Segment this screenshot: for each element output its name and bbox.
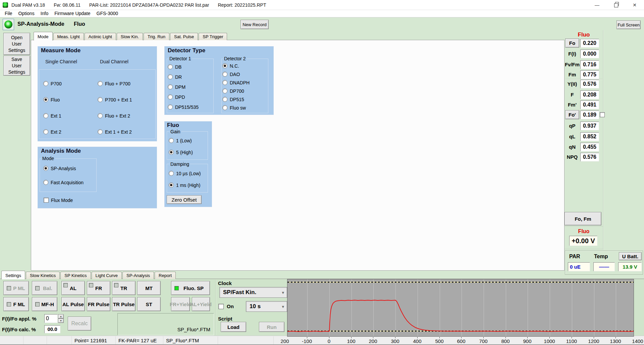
radio-dpm[interactable]	[168, 84, 173, 89]
radio-n-c[interactable]	[222, 63, 227, 68]
recalc-button[interactable]: Recalc	[68, 317, 91, 331]
menu-firmware-update[interactable]: Firmware Update	[51, 10, 93, 17]
clock-interval-select[interactable]: 10 s ▾	[246, 301, 287, 312]
radio-dao[interactable]	[222, 72, 227, 77]
new-record-button[interactable]: New Record	[240, 20, 269, 29]
radio-label: SP-Analysis	[51, 166, 76, 171]
button-fr[interactable]: FR	[87, 281, 110, 295]
radio-dpd[interactable]	[168, 94, 173, 99]
menu-gfs-3000[interactable]: GFS-3000	[94, 10, 121, 17]
button-al-pulse[interactable]: AL Pulse	[61, 297, 85, 311]
save-user-settings-button[interactable]: Save User Settings	[3, 56, 30, 76]
button-st[interactable]: ST	[137, 297, 161, 311]
value-qn: 0.455	[580, 143, 599, 151]
button-bal[interactable]: Bal.	[32, 281, 57, 295]
fo-appl-input[interactable]	[44, 314, 58, 323]
chart-plot-area	[287, 279, 634, 336]
full-screen-button[interactable]: Full Screen	[616, 20, 641, 29]
tab-sp-kinetics[interactable]: SP Kinetics	[60, 272, 91, 279]
tab-light-curve[interactable]: Light Curve	[92, 272, 122, 279]
radio-dp515-535[interactable]	[168, 105, 173, 110]
dualpam-logo-icon[interactable]	[3, 19, 14, 30]
radio-fluo-sw[interactable]	[222, 105, 227, 110]
clock-mode-select[interactable]: SP/Fast Kin. ▾	[219, 287, 287, 298]
tab-actinic-light[interactable]: Actinic Light	[85, 33, 116, 40]
zero-offset-button[interactable]: Zero Offset	[167, 195, 202, 204]
radio-fluo-p700[interactable]	[98, 81, 103, 86]
fo-fm-button[interactable]: Fo, Fm	[565, 212, 601, 225]
button-fo[interactable]: Fo	[565, 39, 579, 48]
radio-fast-acquisition[interactable]	[43, 180, 48, 185]
radio-10-s-low[interactable]	[169, 171, 174, 176]
button-mf-h[interactable]: MF-H	[32, 297, 57, 311]
checkbox-fo[interactable]	[600, 112, 605, 117]
axis-tick-label: 1300	[610, 338, 621, 344]
radio-5-high[interactable]	[169, 150, 174, 155]
radio-1-ms-high[interactable]	[169, 183, 174, 188]
window-minimize-button[interactable]: —	[588, 0, 606, 10]
open-user-settings-button[interactable]: Open User Settings	[3, 33, 30, 55]
tab-trig-run[interactable]: Trig. Run	[144, 33, 169, 40]
radio-db[interactable]	[168, 64, 173, 69]
radio-label: DP700	[230, 88, 244, 94]
green-orb-icon	[4, 20, 12, 28]
button-tr[interactable]: TR	[112, 281, 136, 295]
radio-p700-ext-1[interactable]	[98, 97, 103, 102]
button-p-ml[interactable]: P ML	[3, 281, 29, 295]
button-tr-pulse[interactable]: TR Pulse	[112, 297, 136, 311]
spinner-up-button[interactable]: ▲	[58, 314, 64, 319]
tab-sp-analysis[interactable]: SP-Analysis	[122, 272, 154, 279]
button-fo[interactable]: Fo'	[565, 110, 579, 119]
status-point-121691: Point= 121691	[72, 336, 116, 345]
button-al[interactable]: AL	[61, 281, 85, 295]
window-restore-button[interactable]	[606, 0, 625, 10]
radio-fluo-ext-2[interactable]	[98, 113, 103, 118]
button-fr-pulse[interactable]: FR Pulse	[87, 297, 110, 311]
tab-slow-kinetics[interactable]: Slow Kinetics	[26, 272, 60, 279]
radio-dp700[interactable]	[222, 88, 227, 93]
script-load-button[interactable]: Load	[221, 322, 246, 332]
radio-fluo[interactable]	[43, 97, 48, 102]
axis-tick-label: 500	[435, 338, 443, 344]
button-fluo-sp[interactable]: Fluo. SP	[171, 281, 210, 295]
radio-dp515[interactable]	[222, 97, 227, 102]
axis-tick-label: 800	[501, 338, 509, 344]
tab-sat-pulse[interactable]: Sat. Pulse	[170, 33, 198, 40]
par-label: PAR	[569, 254, 580, 260]
tab-slow-kin[interactable]: Slow Kin.	[117, 33, 143, 40]
clock-on-checkbox[interactable]	[218, 304, 224, 309]
dual-pam-window: Dual PAM v3.18 Fw: 08.06.11 PAR-List: 20…	[0, 0, 644, 345]
view-tab-strip: SettingsSlow KineticsSP KineticsLight Cu…	[1, 271, 176, 279]
radio-dnadph[interactable]	[222, 80, 227, 85]
radio-p700[interactable]	[43, 81, 48, 86]
button-fr-yield[interactable]: FR+Yield	[171, 297, 190, 311]
radio-ext-2[interactable]	[43, 129, 48, 134]
par-value: 0 uE	[568, 262, 590, 271]
menu-options[interactable]: Options	[15, 10, 38, 17]
spinner-down-button[interactable]: ▼	[58, 319, 64, 323]
radio-dr[interactable]	[168, 74, 173, 79]
flux-mode-checkbox[interactable]	[44, 198, 49, 203]
button-label: AL Pulse	[62, 301, 84, 307]
tab-sp-trigger[interactable]: SP Trigger	[199, 33, 227, 40]
button-mt[interactable]: MT	[137, 281, 161, 295]
radio-1-low[interactable]	[169, 138, 174, 143]
tab-report[interactable]: Report	[155, 272, 176, 279]
button-al-yield[interactable]: AL+Yield	[192, 297, 210, 311]
radio-ext-1-ext-2[interactable]	[98, 129, 103, 134]
menu-file[interactable]: File	[2, 10, 15, 17]
window-close-button[interactable]: ✕	[625, 0, 644, 10]
radio-sp-analysis[interactable]	[43, 166, 48, 171]
radio-label: Fluo + Ext 2	[105, 113, 130, 119]
menu-info[interactable]: Info	[38, 10, 51, 17]
tab-mode[interactable]: Mode	[34, 32, 53, 41]
radio-label: Ext 2	[51, 129, 61, 135]
radio-ext-1[interactable]	[43, 113, 48, 118]
button-f-ml[interactable]: F ML	[3, 297, 29, 311]
led-indicator-p-ml	[7, 286, 11, 290]
tab-meas-light[interactable]: Meas. Light	[53, 33, 84, 40]
radio-label: Ext 1 + Ext 2	[105, 129, 132, 135]
temp-value: ——	[593, 262, 615, 271]
script-run-button[interactable]: Run	[259, 322, 284, 332]
tab-settings[interactable]: Settings	[1, 271, 25, 279]
